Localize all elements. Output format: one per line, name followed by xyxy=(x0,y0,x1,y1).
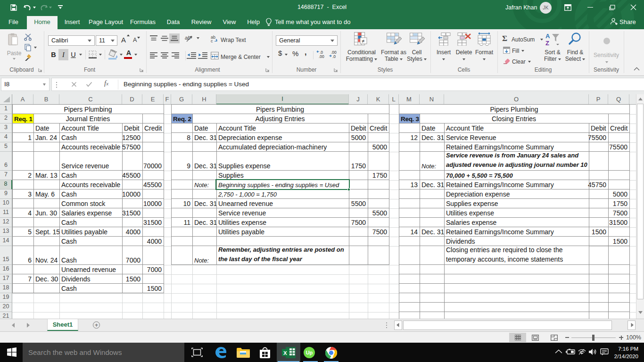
svg-text:ab: ab xyxy=(185,35,190,41)
svg-text:c: c xyxy=(211,39,213,42)
svg-text:X: X xyxy=(283,350,287,356)
svg-text:.00: .00 xyxy=(319,54,324,58)
svg-text:≠: ≠ xyxy=(362,38,364,44)
svg-text:.0: .0 xyxy=(332,54,336,58)
svg-text:Z: Z xyxy=(545,40,549,46)
svg-text:A: A xyxy=(545,33,550,40)
